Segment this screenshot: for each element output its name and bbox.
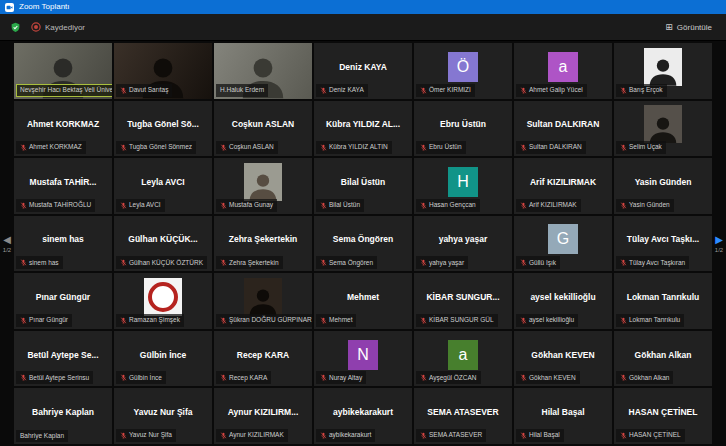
participant-tile[interactable]: aysel kekillioğluaysel kekillioğlu (514, 273, 612, 329)
participant-tile[interactable]: Şükran DOĞRU GÜRPINAR (214, 273, 312, 329)
participant-tile[interactable]: Yasin GündenYasin Günden (614, 158, 712, 214)
participant-tile[interactable]: KİBAR SUNGUR...KİBAR SUNGUR GÜL (414, 273, 512, 329)
participant-tile[interactable]: HASAN ÇETİNELHASAN ÇETİNEL (614, 388, 712, 444)
participant-tile[interactable]: Aynur KIZILIRM...Aynur KIZILIRMAK (214, 388, 312, 444)
participant-name: Nevşehir Hacı Bektaş Veli Üniversi... (20, 87, 112, 94)
participant-name: Güllü Işık (529, 260, 556, 267)
participant-name: Gökhan KEVEN (529, 375, 576, 382)
window-titlebar: Zoom Toplantı (0, 0, 726, 14)
participant-name: Ebru Üstün (429, 144, 462, 151)
participant-name-label: Mehmet (316, 314, 356, 327)
mic-off-icon (220, 144, 227, 151)
mic-off-icon (320, 87, 327, 94)
participant-tile[interactable]: Coşkun ASLANCoşkun ASLAN (214, 101, 312, 157)
next-arrow-icon: ▶ (715, 235, 723, 245)
mic-off-icon (520, 432, 527, 439)
participant-center-name: Ahmet KORKMAZ (23, 119, 103, 129)
participant-tile[interactable]: Zehra ŞekertekinZehra Şekertekin (214, 216, 312, 272)
participant-name: Ömer KIRMIZI (429, 87, 471, 94)
participant-tile[interactable]: Selim Uçak (614, 101, 712, 157)
participant-tile[interactable]: Ebru ÜstünEbru Üstün (414, 101, 512, 157)
participant-name: Yavuz Nur Şifa (129, 432, 172, 439)
participant-tile[interactable]: SEMA ATASEVERSEMA ATASEVER (414, 388, 512, 444)
recording-indicator[interactable]: Kaydediyor (31, 22, 85, 32)
participant-name-label: Sema Öngören (316, 256, 377, 269)
participant-tile[interactable]: Sultan DALKIRANSultan DALKIRAN (514, 101, 612, 157)
participant-tile[interactable]: Hilal BaşalHilal Başal (514, 388, 612, 444)
participant-name: Tugba Gönel Sönmez (129, 144, 192, 151)
participant-tile[interactable]: aAhmet Galip Yücel (514, 43, 612, 99)
mic-off-icon (20, 374, 27, 381)
participant-tile[interactable]: H.Haluk Erdem (214, 43, 312, 99)
participant-tile[interactable]: Nevşehir Hacı Bektaş Veli Üniversi... (14, 43, 112, 99)
participant-name-label: Davut Sarıtaş (116, 84, 172, 97)
mic-off-icon (620, 87, 627, 94)
participant-name-label: KİBAR SUNGUR GÜL (416, 314, 498, 327)
participant-tile[interactable]: Tugba Gönel Sö...Tugba Gönel Sönmez (114, 101, 212, 157)
participant-tile[interactable]: Kübra YILDIZ AL...Kübra YILDIZ ALTIN (314, 101, 412, 157)
participant-tile[interactable]: Recep KARARecep KARA (214, 331, 312, 387)
participant-tile[interactable]: Gökhan AlkanGökhan Alkan (614, 331, 712, 387)
participant-tile[interactable]: aybikekarakurtaybikekarakurt (314, 388, 412, 444)
participant-tile[interactable]: yahya yaşaryahya yaşar (414, 216, 512, 272)
participant-tile[interactable]: Gülhan KÜÇÜK...Gülhan KÜÇÜK ÖZTÜRK (114, 216, 212, 272)
participant-name-label: Ahmet Galip Yücel (516, 84, 587, 97)
participant-center-name: Yasin Günden (631, 177, 696, 187)
participant-name: Ramazan Şimşek (129, 317, 180, 324)
participant-tile[interactable]: Gökhan KEVENGökhan KEVEN (514, 331, 612, 387)
participant-tile[interactable]: NNuray Altay (314, 331, 412, 387)
participant-tile[interactable]: ÖÖmer KIRMIZI (414, 43, 512, 99)
participant-tile[interactable]: Ahmet KORKMAZAhmet KORKMAZ (14, 101, 112, 157)
participant-tile[interactable]: Yavuz Nur ŞifaYavuz Nur Şifa (114, 388, 212, 444)
participant-tile[interactable]: Ramazan Şimşek (114, 273, 212, 329)
mic-off-icon (320, 317, 327, 324)
participant-tile[interactable]: Deniz KAYADeniz KAYA (314, 43, 412, 99)
mic-off-icon (620, 202, 627, 209)
participant-name: Pınar Güngür (29, 317, 68, 324)
participant-name: Gülhan KÜÇÜK ÖZTÜRK (129, 260, 203, 267)
participant-tile[interactable]: Mustafa Gunay (214, 158, 312, 214)
participant-tile[interactable]: Leyla AVCILeyla AVCI (114, 158, 212, 214)
participant-tile[interactable]: Barış Erçok (614, 43, 712, 99)
view-button[interactable]: ⊞ Görüntüle (661, 21, 716, 34)
mic-off-icon (220, 259, 227, 266)
participant-tile[interactable]: Betül Aytepe Se...Betül Aytepe Serinsu (14, 331, 112, 387)
participant-tile[interactable]: Lokman TanrıkuluLokman Tanrıkulu (614, 273, 712, 329)
participant-center-name: Mustafa TAHİR... (26, 177, 101, 187)
mic-off-icon (320, 202, 327, 209)
mic-off-icon (320, 432, 327, 439)
participant-center-name: Hilal Başal (538, 407, 589, 417)
participant-name: Ahmet Galip Yücel (529, 87, 583, 94)
participant-tile[interactable]: sinem hassinem has (14, 216, 112, 272)
participant-name: Betül Aytepe Serinsu (29, 375, 89, 382)
participant-name: yahya yaşar (429, 260, 464, 267)
participant-tile[interactable]: Tülay Avcı Taşkı...Tülay Avcı Taşkıran (614, 216, 712, 272)
participant-tile[interactable]: Sema ÖngörenSema Öngören (314, 216, 412, 272)
participant-name: Nuray Altay (329, 375, 362, 382)
participant-tile[interactable]: Pınar GüngürPınar Güngür (14, 273, 112, 329)
participant-name-label: Leyla AVCI (116, 199, 165, 212)
participant-tile[interactable]: Arif KIZILIRMAKArif KIZILIRMAK (514, 158, 612, 214)
prev-page-button[interactable]: ◀ 1/2 (0, 235, 14, 253)
participant-tile[interactable]: Gülbin İnceGülbin İnce (114, 331, 212, 387)
next-page-button[interactable]: ▶ 1/2 (712, 235, 726, 253)
participant-tile[interactable]: Bahriye KaplanBahriye Kaplan (14, 388, 112, 444)
participant-name-label: Mustafa Gunay (216, 199, 277, 212)
mic-off-icon (320, 144, 327, 151)
participant-tile[interactable]: Mustafa TAHİR...Mustafa TAHİROĞLU (14, 158, 112, 214)
participant-tile[interactable]: aAyşegül ÖZCAN (414, 331, 512, 387)
participant-name: Kübra YILDIZ ALTIN (329, 144, 388, 151)
mic-off-icon (20, 317, 27, 324)
participant-tile[interactable]: Bilal ÜstünBilal Üstün (314, 158, 412, 214)
participant-initial-avatar: a (548, 52, 578, 82)
participant-tile[interactable]: MehmetMehmet (314, 273, 412, 329)
participant-name-label: Gülbin İnce (116, 371, 166, 384)
participant-tile[interactable]: Davut Sarıtaş (114, 43, 212, 99)
security-shield-icon[interactable] (10, 22, 21, 33)
participant-name: Bahriye Kaplan (20, 433, 64, 440)
participant-tile[interactable]: HHasan Gençcan (414, 158, 512, 214)
mic-off-icon (120, 87, 127, 94)
participant-name: Lokman Tanrıkulu (629, 317, 680, 324)
mic-off-icon (520, 317, 527, 324)
participant-tile[interactable]: GGüllü Işık (514, 216, 612, 272)
